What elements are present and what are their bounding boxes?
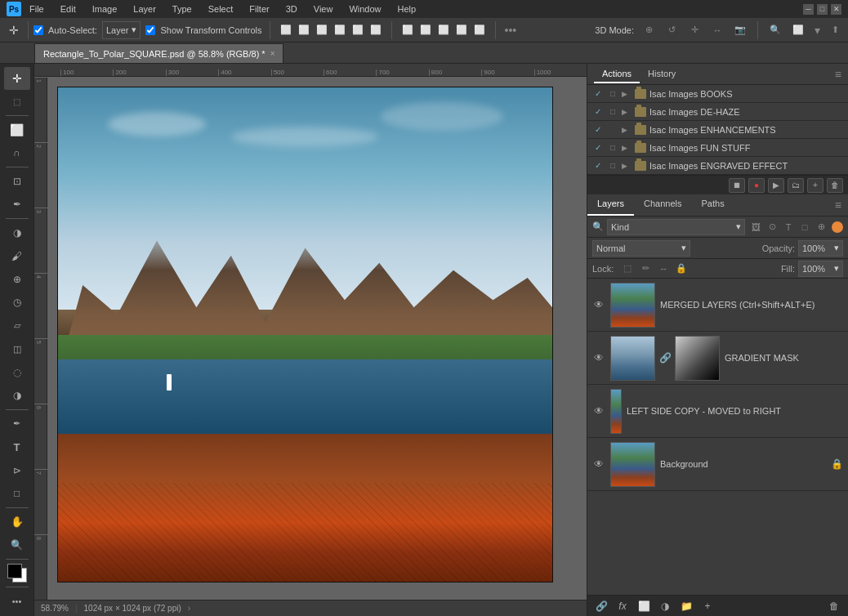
more-options-button[interactable]: •••	[505, 24, 517, 37]
filter-type-icon[interactable]: T	[781, 220, 796, 234]
fill-value[interactable]: 100% ▾	[798, 261, 843, 277]
healing-tool-button[interactable]: ◑	[4, 221, 30, 244]
gradient-tool-button[interactable]: ◫	[4, 337, 30, 360]
add-adjustment-button[interactable]: ◑	[656, 598, 674, 614]
dodge-tool-button[interactable]: ◑	[4, 384, 30, 407]
delete-layer-button[interactable]: 🗑	[825, 598, 843, 614]
layers-tab[interactable]: Layers	[587, 194, 634, 216]
blur-tool-button[interactable]: ◌	[4, 361, 30, 384]
action-item[interactable]: ✓ □ ▶ Isac Images BOOKS	[587, 85, 848, 103]
show-transform-checkbox[interactable]	[145, 25, 155, 35]
menu-filter[interactable]: Filter	[246, 2, 272, 16]
new-layer-button[interactable]: +	[698, 598, 716, 614]
lasso-tool-button[interactable]: ∩	[4, 141, 30, 164]
filter-shape-icon[interactable]: □	[797, 220, 812, 234]
align-center-h-icon[interactable]: ⬜	[296, 22, 312, 38]
blend-mode-dropdown[interactable]: Normal ▾	[592, 240, 690, 257]
filter-dropdown[interactable]: Kind ▾	[607, 219, 745, 235]
layers-panel-menu[interactable]: ≡	[828, 194, 848, 216]
foreground-background-colors[interactable]	[4, 562, 30, 585]
close-button[interactable]: ✕	[831, 4, 841, 15]
action-item[interactable]: ✓ ▶ Isac Images ENHANCEMENTS	[587, 121, 848, 139]
action-expand[interactable]: ▶	[622, 90, 632, 98]
dist-top-icon[interactable]: ⬜	[453, 22, 470, 38]
align-center-v-icon[interactable]: ⬜	[350, 22, 366, 38]
tab-close-button[interactable]: ×	[270, 49, 275, 58]
action-item[interactable]: ✓ □ ▶ Isac Images DE-HAZE	[587, 103, 848, 121]
lock-image-icon[interactable]: ✏	[638, 261, 653, 276]
dist-left-icon[interactable]: ⬜	[399, 22, 416, 38]
menu-layer[interactable]: Layer	[130, 2, 159, 16]
crop-tool-button[interactable]: ⊡	[4, 170, 30, 193]
align-left-icon[interactable]: ⬜	[278, 22, 294, 38]
dist-right-icon[interactable]: ⬜	[435, 22, 452, 38]
eyedropper-tool-button[interactable]: ✒	[4, 193, 30, 216]
layer-item-background[interactable]: 👁 Background 🔒	[587, 438, 848, 491]
menu-image[interactable]: Image	[89, 2, 121, 16]
lock-position-icon[interactable]: ↔	[656, 261, 671, 276]
path-select-button[interactable]: ⊳	[4, 459, 30, 482]
action-expand[interactable]: ▶	[622, 162, 632, 170]
workspace-more[interactable]: ▾	[815, 24, 820, 37]
record-button[interactable]: ●	[748, 178, 765, 193]
lock-all-icon[interactable]: 🔒	[674, 261, 689, 276]
action-expand[interactable]: ▶	[622, 144, 632, 152]
3d-mode-icon4[interactable]: ↔	[709, 22, 725, 38]
align-bottom-icon[interactable]: ⬜	[368, 22, 384, 38]
align-top-icon[interactable]: ⬜	[332, 22, 348, 38]
maximize-button[interactable]: □	[817, 4, 828, 15]
channels-tab[interactable]: Channels	[634, 194, 691, 216]
actions-tab[interactable]: Actions	[594, 65, 640, 83]
3d-mode-icon5[interactable]: 📷	[732, 22, 748, 38]
stamp-tool-button[interactable]: ⊕	[4, 268, 30, 291]
action-expand[interactable]: ▶	[622, 126, 632, 134]
new-action-button[interactable]: +	[807, 178, 823, 193]
artboard-tool-button[interactable]: ⬚	[4, 91, 30, 114]
layer-visibility-background[interactable]: 👁	[592, 458, 605, 470]
minimize-button[interactable]: ─	[803, 4, 814, 15]
3d-mode-icon3[interactable]: ✛	[686, 22, 703, 38]
3d-mode-icon2[interactable]: ↺	[663, 22, 680, 38]
layer-dropdown[interactable]: Layer ▾	[102, 21, 141, 39]
menu-3d[interactable]: 3D	[283, 2, 301, 16]
layer-fx-button[interactable]: fx	[614, 598, 632, 614]
align-right-icon[interactable]: ⬜	[314, 22, 330, 38]
filter-pixel-icon[interactable]: 🖼	[748, 220, 763, 234]
layer-link-icon[interactable]: 🔗	[660, 352, 670, 364]
workspace-icon[interactable]: ⬜	[790, 22, 806, 38]
move-tool-button[interactable]: ✛	[4, 67, 30, 90]
filter-adjustment-icon[interactable]: ⊙	[765, 220, 779, 234]
canvas[interactable]	[47, 77, 587, 600]
action-item[interactable]: ✓ □ ▶ Isac Images FUN STUFF	[587, 139, 848, 157]
new-set-button[interactable]: 🗂	[788, 178, 804, 193]
stop-button[interactable]: ⏹	[729, 178, 745, 193]
layer-item-merged[interactable]: 👁 MERGED LAYERS (Ctrl+Shift+ALT+E)	[587, 279, 848, 332]
menu-window[interactable]: Window	[346, 2, 384, 16]
menu-file[interactable]: File	[26, 2, 47, 16]
filter-toggle[interactable]	[832, 221, 843, 233]
marquee-tool-button[interactable]: ⬜	[4, 118, 30, 141]
zoom-tool-button[interactable]: 🔍	[4, 533, 30, 556]
link-layers-button[interactable]: 🔗	[592, 598, 610, 614]
layer-visibility-leftcopy[interactable]: 👁	[592, 405, 605, 417]
action-expand[interactable]: ▶	[622, 108, 632, 116]
dist-center-h-icon[interactable]: ⬜	[417, 22, 434, 38]
group-layers-button[interactable]: 📁	[677, 598, 695, 614]
status-arrow[interactable]: ›	[188, 604, 190, 613]
3d-mode-icon1[interactable]: ⊕	[640, 22, 657, 38]
action-item[interactable]: ✓ □ ▶ Isac Images ENGRAVED EFFECT	[587, 157, 848, 175]
search-icon[interactable]: 🔍	[767, 22, 783, 38]
share-icon[interactable]: ⬆	[827, 22, 843, 38]
delete-action-button[interactable]: 🗑	[827, 178, 843, 193]
play-button[interactable]: ▶	[768, 178, 784, 193]
menu-view[interactable]: View	[310, 2, 337, 16]
menu-edit[interactable]: Edit	[57, 2, 79, 16]
auto-select-checkbox[interactable]	[33, 25, 43, 35]
menu-type[interactable]: Type	[169, 2, 195, 16]
layer-visibility-merged[interactable]: 👁	[592, 299, 605, 310]
brush-tool-button[interactable]: 🖌	[4, 244, 30, 267]
document-tab[interactable]: Rectangle_To_Polar_SQUARE.psd @ 58.8% (R…	[34, 43, 283, 63]
eraser-tool-button[interactable]: ▱	[4, 315, 30, 337]
lock-transparent-icon[interactable]: ⬚	[620, 261, 635, 276]
paths-tab[interactable]: Paths	[692, 194, 734, 216]
